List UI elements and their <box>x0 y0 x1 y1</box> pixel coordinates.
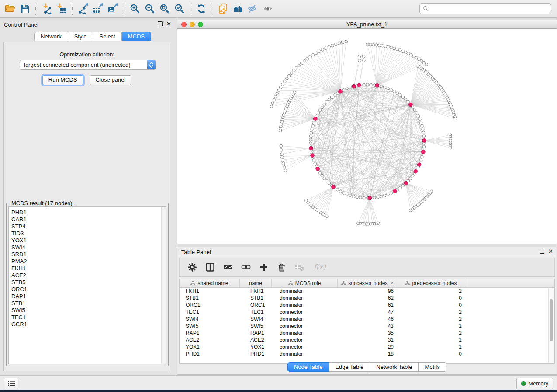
show-all-icon[interactable] <box>260 2 275 16</box>
zoom-in-icon[interactable] <box>128 2 142 16</box>
delete-icon[interactable] <box>277 262 287 272</box>
first-neighbors-icon[interactable] <box>231 2 246 16</box>
cell-mcds_role: dominator <box>272 351 338 357</box>
table-row[interactable]: SWI4SWI4dominator462 <box>180 316 554 323</box>
result-node-item[interactable]: FKH1 <box>9 265 166 272</box>
result-node-item[interactable]: STP4 <box>9 223 166 230</box>
column-header-successor-nodes[interactable]: successor nodes˅ <box>338 279 397 287</box>
cell-predecessor_nodes: 2 <box>397 316 465 322</box>
cell-name: YOX1 <box>240 344 272 350</box>
table-row[interactable]: STB1STB1dominator620 <box>180 295 554 302</box>
criterion-dropdown[interactable]: largest connected component (undirected) <box>20 60 156 70</box>
table-row[interactable]: SWI5SWI5connector431 <box>180 323 554 330</box>
cell-predecessor_nodes: 2 <box>397 288 465 294</box>
table-panel-header: Table Panel ✕ <box>177 247 557 257</box>
result-node-item[interactable]: GCR1 <box>9 321 166 328</box>
table-row[interactable]: ORC1ORC1dominator610 <box>180 302 554 309</box>
result-scrollbar[interactable] <box>161 207 166 364</box>
tab-select[interactable]: Select <box>93 32 122 41</box>
result-node-item[interactable]: ACE2 <box>9 272 166 279</box>
application-window: Control Panel ✕ NetworkStyleSelectMCDS O… <box>0 0 557 390</box>
mcds-panel: Optimization criterion: largest connecte… <box>3 42 170 371</box>
tab-network[interactable]: Network <box>34 32 68 41</box>
result-node-item[interactable]: STB1 <box>9 300 166 307</box>
result-node-item[interactable]: RAP1 <box>9 293 166 300</box>
import-table-icon[interactable] <box>54 2 69 16</box>
table-row[interactable]: PHD1PHD1dominator180 <box>180 351 554 358</box>
memory-button[interactable]: Memory <box>516 378 553 389</box>
cell-name: STB1 <box>240 295 272 301</box>
export-network-icon[interactable] <box>76 2 91 16</box>
table-row[interactable]: TEC1TEC1connector472 <box>180 309 554 316</box>
cell-predecessor_nodes: 2 <box>397 330 465 336</box>
close-panel-button[interactable]: Close panel <box>90 75 132 85</box>
tab-edge-table[interactable]: Edge Table <box>329 362 370 372</box>
column-header-shared-name[interactable]: shared name <box>180 279 240 287</box>
criterion-dropdown-value: largest connected component (undirected) <box>20 62 147 68</box>
table-row[interactable]: YOX1YOX1connector291 <box>180 344 554 351</box>
table-scrollbar-thumb[interactable] <box>550 299 553 341</box>
zoom-selected-icon[interactable] <box>172 2 187 16</box>
table-scrollbar[interactable] <box>548 288 554 363</box>
tab-network-table[interactable]: Network Table <box>370 362 419 372</box>
result-node-item[interactable]: PMA2 <box>9 258 166 265</box>
table-panel: Table Panel ✕ f(x) shared namenameMCDS r… <box>177 247 557 375</box>
clone-network-icon[interactable] <box>216 2 231 16</box>
column-header-predecessor-nodes[interactable]: predecessor nodes <box>397 279 465 287</box>
table-row[interactable]: RAP1RAP1dominator352 <box>180 330 554 337</box>
network-window-titlebar[interactable]: YPA_prune.txt_1 <box>177 20 557 29</box>
zoom-fit-icon[interactable] <box>157 2 172 16</box>
result-node-item[interactable]: YOX1 <box>9 237 166 244</box>
float-panel-icon[interactable] <box>158 21 163 26</box>
tab-node-table[interactable]: Node Table <box>287 362 329 372</box>
save-icon[interactable] <box>17 2 32 16</box>
cell-mcds_role: dominator <box>272 295 338 301</box>
tab-style[interactable]: Style <box>68 32 93 41</box>
search-input[interactable] <box>419 3 551 14</box>
settings-icon[interactable] <box>187 262 197 272</box>
cell-predecessor_nodes: 1 <box>397 323 465 329</box>
mcds-result-title: MCDS result (17 nodes) <box>10 200 74 206</box>
import-network-icon[interactable] <box>39 2 54 16</box>
result-node-item[interactable]: TEC1 <box>9 314 166 321</box>
result-node-item[interactable]: ORC1 <box>9 286 166 293</box>
export-image-icon[interactable] <box>106 2 121 16</box>
network-canvas[interactable] <box>177 29 557 244</box>
result-node-item[interactable]: CAR1 <box>9 216 166 223</box>
log-console-button[interactable] <box>4 378 18 389</box>
cell-shared_name: SWI4 <box>180 316 240 322</box>
add-icon[interactable] <box>259 262 269 272</box>
dropdown-stepper-icon <box>147 60 156 69</box>
table-row[interactable]: ACE2ACE2connector311 <box>180 337 554 344</box>
table-row[interactable]: FKH1FKH1dominator962 <box>180 288 554 295</box>
tab-motifs[interactable]: Motifs <box>419 362 446 372</box>
column-header-name[interactable]: name <box>240 279 272 287</box>
result-node-item[interactable]: SWI5 <box>9 307 166 314</box>
column-header-MCDS-role[interactable]: MCDS role <box>272 279 338 287</box>
result-node-item[interactable]: TID3 <box>9 230 166 237</box>
result-node-item[interactable]: SWI4 <box>9 244 166 251</box>
refresh-icon[interactable] <box>194 2 209 16</box>
network-view-window: YPA_prune.txt_1 <box>177 20 557 244</box>
result-node-item[interactable]: STB5 <box>9 279 166 286</box>
open-icon[interactable] <box>3 2 17 16</box>
result-node-item[interactable]: PHD1 <box>9 209 166 216</box>
tab-mcds[interactable]: MCDS <box>122 32 151 41</box>
close-panel-icon[interactable]: ✕ <box>166 22 171 26</box>
delete-table-icon <box>295 262 304 272</box>
cell-name: SWI4 <box>240 316 272 322</box>
deselect-all-icon[interactable] <box>241 262 251 272</box>
close-table-panel-icon[interactable]: ✕ <box>548 249 553 253</box>
cell-shared_name: PHD1 <box>180 351 240 357</box>
export-table-icon[interactable] <box>91 2 106 16</box>
result-node-item[interactable]: SRD1 <box>9 251 166 258</box>
cell-successor_nodes: 31 <box>338 337 397 343</box>
zoom-out-icon[interactable] <box>142 2 157 16</box>
hide-selected-icon[interactable] <box>246 2 260 16</box>
float-table-panel-icon[interactable] <box>540 249 544 254</box>
run-mcds-button[interactable]: Run MCDS <box>42 75 83 85</box>
columns-icon[interactable] <box>205 262 215 272</box>
mcds-result-list[interactable]: PHD1CAR1STP4TID3YOX1SWI4SRD1PMA2FKH1ACE2… <box>8 206 166 364</box>
select-all-icon[interactable] <box>223 262 233 272</box>
cell-successor_nodes: 35 <box>338 330 397 336</box>
